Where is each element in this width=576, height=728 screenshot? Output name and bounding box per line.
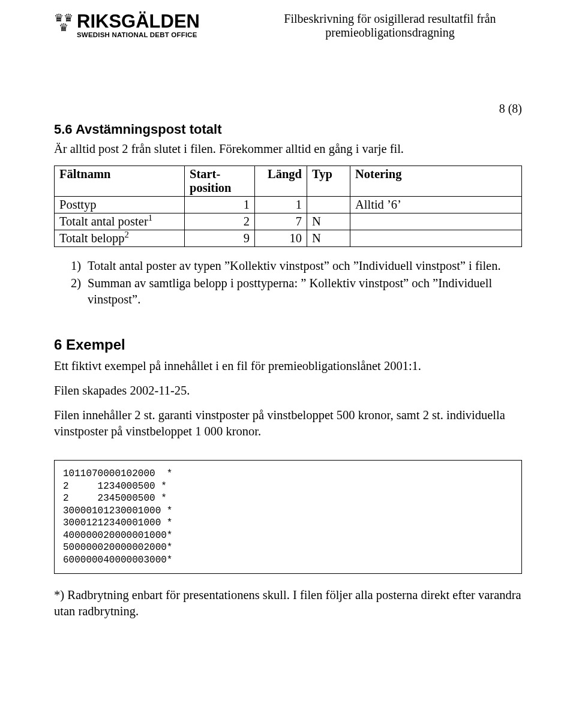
logo-crowns-icon: ♛♛ ♛ xyxy=(54,13,73,32)
cell-startpos: 9 xyxy=(185,230,255,247)
cell-faltnamn: Posttyp xyxy=(55,197,185,213)
cell-startpos: 2 xyxy=(185,213,255,230)
logo-subtitle: SWEDISH NATIONAL DEBT OFFICE xyxy=(77,31,200,38)
cell-startpos: 1 xyxy=(185,197,255,213)
section-6-p3: Filen innehåller 2 st. garanti vinstpost… xyxy=(54,407,522,440)
page-header: ♛♛ ♛ RIKSGÄLDEN SWEDISH NATIONAL DEBT OF… xyxy=(54,12,522,60)
col-langd: Längd xyxy=(255,166,307,197)
table-row: Totalt belopp2910N xyxy=(55,230,522,247)
cell-typ: N xyxy=(307,230,350,247)
page: ♛♛ ♛ RIKSGÄLDEN SWEDISH NATIONAL DEBT OF… xyxy=(0,0,576,652)
field-table: Fältnamn Start- position Längd Typ Noter… xyxy=(54,166,522,247)
page-number: 8 (8) xyxy=(54,102,522,116)
table-row: Totalt antal poster127N xyxy=(55,213,522,230)
section-5-6-intro: Är alltid post 2 från slutet i filen. Fö… xyxy=(54,141,522,157)
col-notering: Notering xyxy=(350,166,522,197)
note-1: 1) Totalt antal poster av typen ”Kollekt… xyxy=(71,258,522,274)
cell-langd: 1 xyxy=(255,197,307,213)
title-line2: premieobligationsdragning xyxy=(325,26,455,39)
col-faltnamn: Fältnamn xyxy=(55,166,185,197)
cell-notering xyxy=(350,230,522,247)
col-typ: Typ xyxy=(307,166,350,197)
table-row: Posttyp11Alltid ’6’ xyxy=(55,197,522,213)
section-5-6-heading: 5.6 Avstämningspost totalt xyxy=(54,122,522,137)
logo-name: RIKSGÄLDEN xyxy=(77,12,200,31)
table-header-row: Fältnamn Start- position Längd Typ Noter… xyxy=(55,166,522,197)
section-6-p1: Ett fiktivt exempel på innehållet i en f… xyxy=(54,358,522,374)
cell-notering: Alltid ’6’ xyxy=(350,197,522,213)
cell-faltnamn: Totalt belopp2 xyxy=(55,230,185,247)
cell-typ xyxy=(307,197,350,213)
logo: ♛♛ ♛ RIKSGÄLDEN SWEDISH NATIONAL DEBT OF… xyxy=(54,12,200,38)
cell-langd: 7 xyxy=(255,213,307,230)
footnote: *) Radbrytning enbart för presentationen… xyxy=(54,587,522,619)
example-file-content: 1011070000102000 * 2 1234000500 * 2 2345… xyxy=(54,460,522,574)
note-2: 2) Summan av samtliga belopp i posttyper… xyxy=(71,275,522,308)
cell-typ: N xyxy=(307,213,350,230)
col-startpos: Start- position xyxy=(185,166,255,197)
document-title: Filbeskrivning för osigillerad resultatf… xyxy=(258,12,522,40)
cell-notering xyxy=(350,213,522,230)
cell-faltnamn: Totalt antal poster1 xyxy=(55,213,185,230)
title-line1: Filbeskrivning för osigillerad resultatf… xyxy=(284,12,496,25)
cell-langd: 10 xyxy=(255,230,307,247)
table-notes: 1) Totalt antal poster av typen ”Kollekt… xyxy=(71,258,522,308)
section-6-p2: Filen skapades 2002-11-25. xyxy=(54,383,522,399)
section-6-heading: 6 Exempel xyxy=(54,336,522,353)
